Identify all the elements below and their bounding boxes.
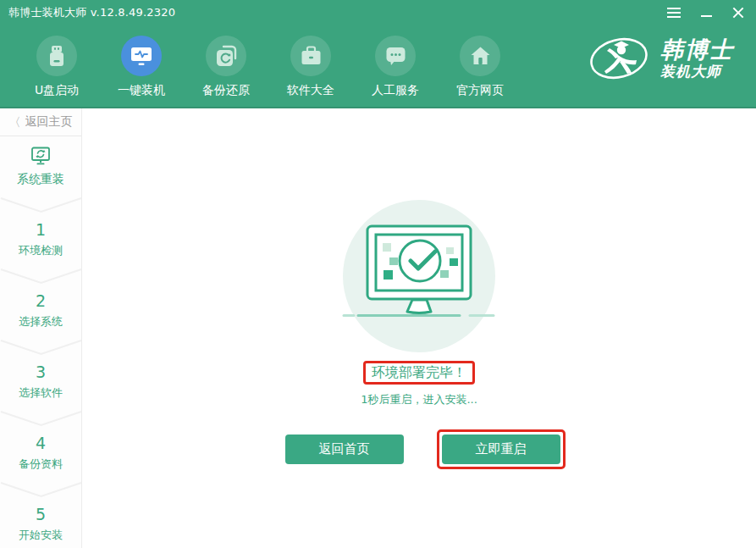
logo-figure-icon	[588, 32, 650, 85]
nav-item-backup-restore[interactable]: 备份还原	[184, 36, 268, 98]
nav-item-official-site[interactable]: 官方网页	[438, 36, 522, 98]
sidebar-step-4: 4 备份资料	[19, 434, 63, 472]
step-label: 选择软件	[19, 385, 63, 401]
nav-label: 官方网页	[456, 83, 504, 98]
brand-logo: 韩博士 装机大师	[588, 32, 734, 85]
chevron-separator-icon	[0, 338, 82, 357]
menu-icon[interactable]	[666, 5, 682, 20]
nav-label: 软件大全	[287, 83, 334, 98]
usb-drive-icon	[36, 36, 77, 76]
back-home-page-button[interactable]: 返回首页	[285, 435, 404, 464]
system-reinstall-icon	[30, 146, 52, 166]
chevron-separator-icon	[0, 480, 82, 499]
status-title: 环境部署完毕！	[372, 364, 466, 381]
chevron-separator-icon	[0, 196, 82, 214]
sidebar-step-1: 1 环境检测	[19, 220, 63, 258]
nav-item-software[interactable]: 软件大全	[268, 36, 353, 98]
nav-label: 一键装机	[118, 83, 165, 98]
sidebar-section-label: 系统重装	[17, 172, 64, 187]
step-number: 5	[19, 505, 63, 523]
main-content: 环境部署完毕！ 1秒后重启，进入安装... 返回首页 立即重启	[82, 108, 756, 548]
status-subtitle: 1秒后重启，进入安装...	[361, 392, 477, 407]
status-title-annotation-box: 环境部署完毕！	[363, 361, 475, 385]
app-window: 韩博士装机大师 v.12.8.49.2320	[0, 0, 756, 548]
app-title: 韩博士装机大师 v.12.8.49.2320	[8, 5, 175, 20]
logo-line1: 韩博士	[660, 38, 734, 61]
nav-label: U盘启动	[35, 83, 79, 98]
nav-item-usb-boot[interactable]: U盘启动	[14, 36, 99, 98]
home-icon	[460, 36, 500, 76]
sidebar-section-system-reinstall: 系统重装	[17, 146, 64, 187]
titlebar: 韩博士装机大师 v.12.8.49.2320	[0, 0, 756, 25]
backup-restore-icon	[206, 36, 246, 76]
monitor-pulse-icon	[121, 36, 162, 76]
step-number: 3	[19, 363, 63, 381]
step-number: 1	[19, 220, 63, 239]
chevron-separator-icon	[0, 409, 82, 428]
step-number: 4	[19, 434, 63, 452]
chevron-left-icon: 〈	[9, 116, 21, 128]
success-monitor-illustration-icon	[326, 199, 512, 357]
nav-label: 人工服务	[372, 83, 419, 98]
chat-service-icon	[375, 36, 416, 76]
nav-label: 备份还原	[202, 83, 250, 98]
chevron-separator-icon	[0, 267, 82, 285]
nav-item-one-key-install[interactable]: 一键装机	[99, 36, 184, 98]
step-label: 备份资料	[19, 457, 63, 472]
nav-item-support[interactable]: 人工服务	[353, 36, 438, 98]
sidebar-step-5: 5 开始安装	[19, 505, 63, 543]
back-home-button[interactable]: 〈 返回主页	[0, 108, 81, 136]
sidebar-step-3: 3 选择软件	[19, 363, 63, 401]
step-label: 选择系统	[19, 314, 63, 329]
restart-button-annotation-box: 立即重启	[437, 429, 566, 469]
logo-line2: 装机大师	[660, 64, 734, 79]
step-number: 2	[19, 291, 63, 310]
minimize-icon[interactable]	[698, 5, 714, 20]
sidebar: 〈 返回主页 系统重装 1 环境检测	[0, 108, 82, 548]
sidebar-step-2: 2 选择系统	[19, 291, 63, 329]
logo-text: 韩博士 装机大师	[660, 38, 734, 79]
step-label: 开始安装	[19, 528, 63, 543]
header: 韩博士装机大师 v.12.8.49.2320	[0, 0, 756, 108]
button-row: 返回首页 立即重启	[285, 429, 566, 469]
step-label: 环境检测	[19, 243, 63, 258]
close-icon[interactable]	[731, 5, 746, 20]
software-briefcase-icon	[290, 36, 331, 76]
restart-now-button[interactable]: 立即重启	[442, 435, 560, 464]
window-controls	[666, 5, 748, 20]
back-home-label: 返回主页	[25, 114, 73, 130]
body: 〈 返回主页 系统重装 1 环境检测	[0, 108, 756, 548]
